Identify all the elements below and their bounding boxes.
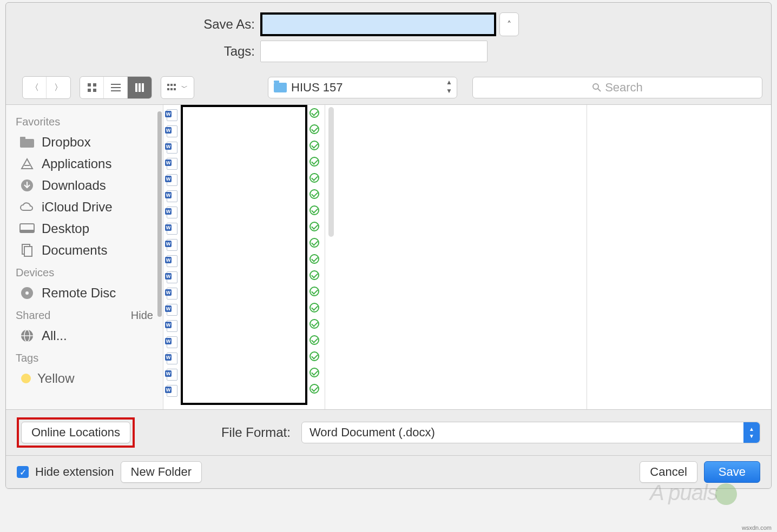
chevron-down-icon: ﹀ — [181, 83, 188, 92]
sync-status-column — [310, 108, 319, 394]
format-bar: Online Locations File Format: Word Docum… — [6, 409, 771, 455]
sync-ok-icon — [310, 108, 319, 118]
save-dialog: Save As: ˄ Tags: 〈 〉 — [5, 2, 772, 489]
word-doc-icon — [167, 353, 177, 364]
word-doc-icon — [167, 142, 177, 154]
nav-back-button[interactable]: 〈 — [23, 77, 47, 98]
downloads-icon — [19, 179, 35, 192]
list-icon — [111, 83, 121, 92]
online-locations-button[interactable]: Online Locations — [21, 422, 130, 443]
word-doc-icon — [167, 385, 177, 397]
folder-icon — [19, 136, 35, 149]
sidebar-item-tag-yellow[interactable]: Yellow — [14, 368, 155, 389]
column-scrollbar[interactable] — [328, 107, 334, 237]
sidebar-item-desktop[interactable]: Desktop — [14, 218, 155, 240]
view-columns-button[interactable] — [128, 77, 152, 98]
save-button[interactable]: Save — [704, 461, 760, 483]
svg-rect-12 — [174, 84, 176, 86]
path-folder-label: HIUS 157 — [291, 81, 343, 95]
svg-rect-18 — [20, 139, 34, 148]
documents-icon — [19, 244, 35, 257]
svg-point-16 — [593, 84, 598, 89]
browser-body: Favorites Dropbox Applications Downloads… — [6, 105, 771, 409]
svg-rect-1 — [93, 83, 96, 87]
sidebar-item-documents[interactable]: Documents — [14, 240, 155, 261]
watermark-logo-icon — [715, 483, 737, 505]
shared-hide-button[interactable]: Hide — [131, 309, 153, 322]
svg-rect-25 — [24, 247, 32, 256]
top-form: Save As: ˄ Tags: — [6, 3, 771, 73]
applications-icon — [19, 157, 35, 170]
svg-rect-2 — [88, 89, 91, 92]
save-as-label: Save As: — [6, 17, 260, 32]
svg-rect-5 — [111, 87, 121, 88]
sync-ok-icon — [310, 270, 319, 280]
svg-rect-19 — [20, 137, 25, 140]
sync-ok-icon — [310, 351, 319, 361]
cancel-button[interactable]: Cancel — [640, 461, 697, 483]
source-text: wsxdn.com — [742, 524, 772, 531]
word-doc-icon — [167, 174, 177, 186]
sidebar-item-applications[interactable]: Applications — [14, 153, 155, 175]
arrange-button[interactable]: ﹀ — [161, 77, 194, 98]
word-doc-icon — [167, 288, 177, 300]
search-placeholder: Search — [605, 81, 643, 95]
sync-ok-icon — [310, 173, 319, 183]
sync-ok-icon — [310, 335, 319, 345]
file-format-select[interactable]: Word Document (.docx) ▲▼ — [301, 422, 760, 443]
sync-ok-icon — [310, 124, 319, 134]
sync-ok-icon — [310, 254, 319, 264]
chevron-right-icon: 〉 — [54, 82, 63, 94]
expand-toggle-button[interactable]: ˄ — [499, 12, 519, 36]
sidebar-item-remote-disc[interactable]: Remote Disc — [14, 282, 155, 304]
cloud-icon — [19, 201, 35, 214]
redaction-box — [181, 105, 307, 405]
svg-rect-14 — [170, 88, 173, 90]
sync-ok-icon — [310, 141, 319, 150]
hide-extension-checkbox[interactable]: ✓ — [17, 466, 29, 478]
svg-rect-13 — [167, 88, 169, 90]
svg-rect-10 — [167, 84, 169, 86]
sidebar-header-favorites: Favorites — [16, 116, 153, 128]
file-format-label: File Format: — [221, 425, 291, 440]
view-mode-group — [80, 76, 152, 99]
desktop-icon — [19, 222, 35, 235]
search-icon — [592, 83, 602, 92]
disc-icon — [19, 287, 35, 300]
search-input[interactable]: Search — [472, 77, 762, 98]
select-stepper-icon: ▲▼ — [743, 422, 760, 443]
word-doc-icon — [167, 109, 177, 121]
hide-extension-label: Hide extension — [35, 465, 114, 479]
sync-ok-icon — [310, 287, 319, 296]
word-doc-icon — [167, 255, 177, 267]
view-icons-button[interactable] — [80, 77, 104, 98]
sidebar-header-tags: Tags — [16, 352, 153, 364]
sidebar-item-dropbox[interactable]: Dropbox — [14, 131, 155, 153]
svg-rect-7 — [135, 83, 137, 92]
svg-rect-0 — [88, 83, 91, 87]
nav-forward-button[interactable]: 〉 — [47, 77, 70, 98]
word-doc-icon — [167, 239, 177, 251]
file-column[interactable]: /* rows generated below via simple loop-… — [163, 105, 325, 409]
sidebar-scrollbar[interactable] — [157, 111, 162, 317]
sync-ok-icon — [310, 189, 319, 199]
chevron-left-icon: 〈 — [30, 82, 39, 94]
save-as-input[interactable] — [260, 12, 496, 36]
file-column-2[interactable] — [325, 105, 587, 409]
sidebar-item-icloud[interactable]: iCloud Drive — [14, 196, 155, 218]
path-stepper-icon: ▲▼ — [446, 79, 452, 94]
tags-input[interactable] — [260, 41, 488, 62]
path-selector[interactable]: HIUS 157 ▲▼ — [268, 77, 457, 98]
svg-point-27 — [25, 291, 29, 295]
sidebar-item-downloads[interactable]: Downloads — [14, 175, 155, 196]
preview-column — [587, 105, 771, 409]
sync-ok-icon — [310, 303, 319, 312]
svg-rect-4 — [111, 84, 121, 85]
grid-icon — [87, 83, 97, 92]
word-doc-icon — [167, 158, 177, 170]
tags-label: Tags: — [6, 44, 260, 59]
sidebar-item-all-shared[interactable]: All... — [14, 325, 155, 347]
folder-icon — [274, 83, 287, 92]
new-folder-button[interactable]: New Folder — [121, 461, 202, 483]
view-list-button[interactable] — [104, 77, 128, 98]
